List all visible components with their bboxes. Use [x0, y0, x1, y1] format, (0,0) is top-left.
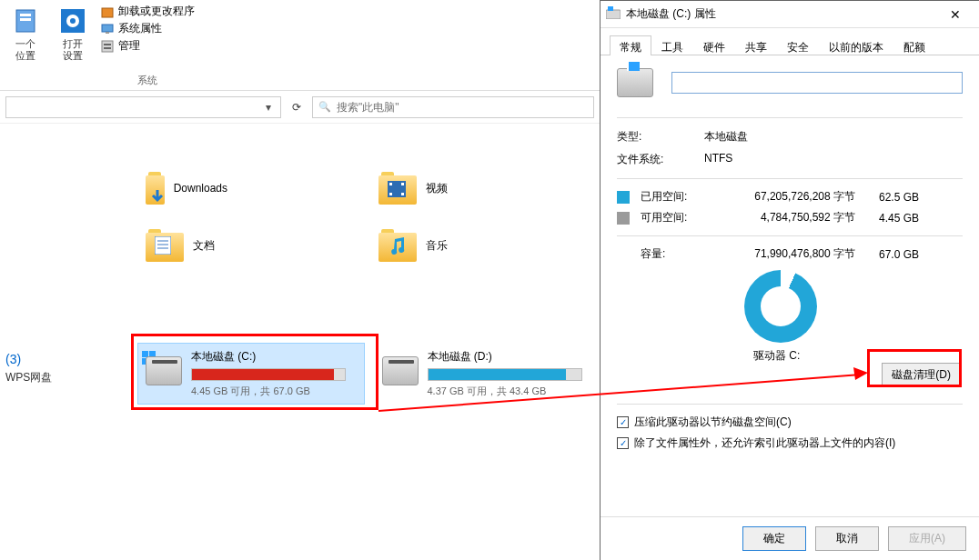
gear-icon: [57, 5, 88, 36]
apply-button[interactable]: 应用(A): [888, 526, 966, 551]
svg-rect-15: [389, 193, 392, 195]
index-checkbox-row[interactable]: ✓ 除了文件属性外，还允许索引此驱动器上文件的内容(I): [617, 433, 963, 454]
compress-label: 压缩此驱动器以节约磁盘空间(C): [634, 415, 792, 430]
index-label: 除了文件属性外，还允许索引此驱动器上文件的内容(I): [634, 435, 895, 451]
svg-rect-6: [102, 8, 113, 17]
chevron-down-icon[interactable]: ▾: [260, 101, 277, 114]
drive-name-input[interactable]: [678, 73, 956, 93]
folder-downloads[interactable]: Downloads: [0, 168, 227, 208]
drive-usage-bar: [428, 368, 582, 381]
cap-label: 容量:: [641, 246, 712, 262]
svg-point-5: [70, 18, 76, 24]
uninstall-programs-link[interactable]: 卸载或更改程序: [100, 4, 195, 19]
prev-location-label: 一个位置: [15, 38, 35, 62]
system-props-label: 系统属性: [118, 21, 162, 36]
folder-icon: [378, 172, 417, 205]
folder-label: 视频: [426, 181, 448, 196]
fs-value: NTFS: [704, 152, 732, 167]
properties-dialog: 本地磁盘 (C:) 属性 ✕ 常规 工具 硬件 共享 安全 以前的版本 配额 类…: [600, 0, 979, 560]
svg-rect-2: [20, 18, 31, 21]
prev-location-button[interactable]: 一个位置: [2, 2, 49, 65]
svg-rect-10: [104, 44, 111, 45]
search-input[interactable]: [337, 101, 588, 114]
cap-human: 67.0 GB: [855, 248, 919, 261]
used-swatch: [617, 191, 630, 204]
drives-section: 本地磁盘 (C:) 4.45 GB 可用，共 67.0 GB 本地磁盘 (D:)…: [0, 344, 600, 404]
tab-hardware[interactable]: 硬件: [693, 35, 735, 55]
ok-button[interactable]: 确定: [742, 526, 806, 551]
drive-d[interactable]: 本地磁盘 (D:) 4.37 GB 可用，共 43.4 GB: [375, 344, 601, 404]
address-path[interactable]: ▾: [5, 96, 281, 118]
refresh-icon: ⟳: [292, 101, 301, 114]
free-human: 4.45 GB: [855, 212, 919, 225]
free-swatch: [617, 212, 630, 225]
svg-rect-17: [155, 236, 171, 255]
checkbox-index[interactable]: ✓: [617, 437, 629, 449]
drive-c[interactable]: 本地磁盘 (C:) 4.45 GB 可用，共 67.0 GB: [138, 344, 364, 404]
open-settings-button[interactable]: 打开设置: [49, 2, 96, 65]
disk-cleanup-button[interactable]: 磁盘清理(D): [882, 363, 961, 387]
folder-videos[interactable]: 视频: [233, 168, 460, 208]
drive-letter-label: 驱动器 C:: [753, 348, 963, 364]
folder-icon: [146, 229, 184, 262]
cancel-button[interactable]: 取消: [815, 526, 879, 551]
fs-label: 文件系统:: [617, 152, 704, 167]
svg-rect-16: [401, 193, 404, 195]
folder-icon: [378, 229, 417, 262]
folder-icon: [146, 172, 165, 205]
close-button[interactable]: ✕: [937, 3, 974, 26]
tabs: 常规 工具 硬件 共享 安全 以前的版本 配额: [601, 28, 979, 55]
tab-quota[interactable]: 配额: [893, 35, 935, 55]
folder-music[interactable]: 音乐: [233, 225, 460, 265]
dialog-titlebar[interactable]: 本地磁盘 (C:) 属性 ✕: [601, 1, 979, 28]
svg-rect-11: [104, 47, 111, 49]
folder-documents[interactable]: 文档: [0, 225, 227, 265]
dialog-title: 本地磁盘 (C:) 属性: [626, 6, 932, 22]
refresh-button[interactable]: ⟳: [288, 99, 305, 115]
search-icon: 🔍: [318, 101, 331, 113]
drive-name: 本地磁盘 (C:): [191, 349, 357, 365]
tab-tools[interactable]: 工具: [651, 35, 693, 55]
drive-small-icon: [606, 6, 621, 22]
folder-label: Downloads: [174, 182, 227, 195]
uninstall-label: 卸载或更改程序: [118, 4, 195, 19]
drive-stats: 4.45 GB 可用，共 67.0 GB: [191, 385, 357, 398]
dialog-footer: 确定 取消 应用(A): [601, 516, 979, 560]
drive-stats: 4.37 GB 可用，共 43.4 GB: [428, 385, 593, 398]
drive-name-field[interactable]: [671, 72, 963, 94]
compress-checkbox-row[interactable]: ✓ 压缩此驱动器以节约磁盘空间(C): [617, 412, 963, 433]
used-label: 已用空间:: [641, 189, 712, 205]
drive-header-icon: [617, 68, 653, 97]
cap-swatch: [617, 248, 630, 261]
svg-rect-7: [102, 25, 113, 32]
folder-label: 音乐: [426, 238, 448, 254]
svg-rect-1: [20, 14, 31, 16]
close-icon: ✕: [950, 7, 961, 22]
type-value: 本地磁盘: [704, 129, 748, 145]
explorer-window: 一个位置 打开设置 卸载或更改程序 系统属性: [0, 0, 600, 560]
system-props-link[interactable]: 系统属性: [100, 21, 195, 36]
checkbox-compress[interactable]: ✓: [617, 416, 629, 428]
tab-general[interactable]: 常规: [610, 35, 651, 55]
dialog-body: 类型:本地磁盘 文件系统:NTFS 已用空间: 67,205,726,208 字…: [601, 55, 979, 516]
folder-label: 文档: [193, 238, 215, 254]
free-bytes: 4,784,750,592 字节: [712, 210, 855, 225]
drive-name: 本地磁盘 (D:): [428, 349, 593, 365]
drive-icon: [146, 356, 182, 385]
tab-security[interactable]: 安全: [777, 35, 819, 55]
tab-previous-versions[interactable]: 以前的版本: [819, 35, 893, 55]
cap-bytes: 71,990,476,800 字节: [712, 246, 855, 262]
svg-rect-9: [102, 41, 113, 52]
tab-sharing[interactable]: 共享: [735, 35, 777, 55]
svg-rect-13: [389, 183, 392, 185]
manage-label: 管理: [118, 38, 140, 54]
used-bytes: 67,205,726,208 字节: [712, 189, 855, 205]
usage-pie: [744, 270, 817, 343]
svg-rect-25: [606, 10, 621, 19]
search-box[interactable]: 🔍: [312, 96, 594, 118]
location-icon: [10, 5, 41, 36]
manage-link[interactable]: 管理: [100, 38, 195, 54]
svg-rect-26: [608, 6, 613, 11]
svg-rect-14: [401, 183, 404, 185]
open-settings-label: 打开设置: [63, 38, 83, 62]
